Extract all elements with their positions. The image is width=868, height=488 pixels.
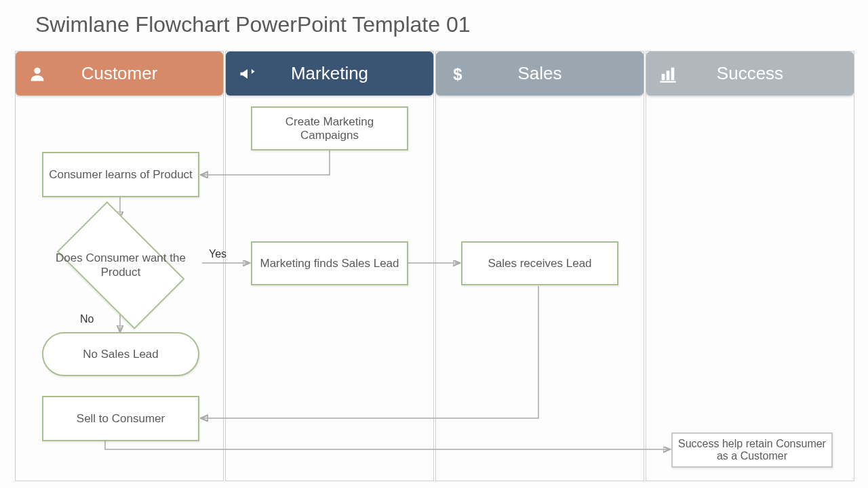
svg-rect-2 bbox=[662, 74, 665, 80]
node-does-consumer-want-product: Does Consumer want the Product bbox=[42, 214, 199, 316]
person-icon bbox=[26, 63, 48, 85]
lane-header-customer: Customer bbox=[16, 52, 223, 96]
bar-chart-icon bbox=[657, 63, 679, 85]
node-create-marketing-campaigns: Create Marketing Campaigns bbox=[251, 106, 408, 150]
megaphone-icon bbox=[237, 63, 258, 85]
node-decision-label: Does Consumer want the Product bbox=[42, 251, 199, 280]
lane-success: Success bbox=[646, 51, 854, 481]
node-no-sales-lead: No Sales Lead bbox=[42, 332, 199, 376]
svg-point-0 bbox=[34, 67, 40, 73]
dollar-icon: $ bbox=[447, 63, 469, 85]
node-sell-to-consumer: Sell to Consumer bbox=[42, 396, 199, 441]
svg-rect-3 bbox=[667, 70, 670, 80]
svg-rect-4 bbox=[671, 67, 675, 80]
node-success-retain-customer: Success help retain Consumer as a Custom… bbox=[671, 432, 833, 468]
node-marketing-finds-lead: Marketing finds Sales Lead bbox=[251, 241, 408, 285]
lane-header-marketing: Marketing bbox=[226, 52, 433, 96]
page-title: Swimlane Flowchart PowerPoint Template 0… bbox=[35, 12, 470, 37]
lane-header-sales: $ Sales bbox=[436, 52, 644, 96]
node-sales-receives-lead: Sales receives Lead bbox=[461, 241, 618, 285]
edge-label-no: No bbox=[80, 313, 94, 325]
svg-text:$: $ bbox=[453, 65, 462, 83]
edge-label-yes: Yes bbox=[209, 248, 226, 260]
node-consumer-learns-product: Consumer learns of Product bbox=[42, 152, 199, 197]
lane-header-success: Success bbox=[646, 52, 854, 96]
